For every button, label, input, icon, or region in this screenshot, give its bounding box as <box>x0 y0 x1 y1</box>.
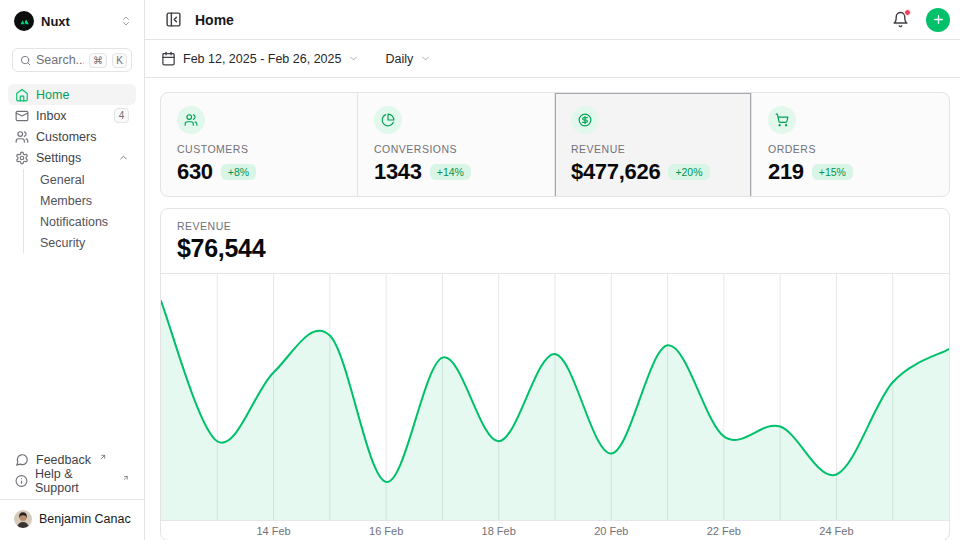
plus-icon <box>932 13 945 26</box>
sidebar-item-members[interactable]: Members <box>36 190 136 211</box>
kbd-cmd: ⌘ <box>89 53 107 68</box>
sidebar-item-general[interactable]: General <box>36 169 136 190</box>
stat-delta-badge: +15% <box>812 164 853 180</box>
divider <box>0 499 144 500</box>
chevron-down-icon <box>420 53 431 64</box>
sidebar: Nuxt ⌘ K Home Inbox 4 Customers <box>0 0 145 540</box>
help-support-link[interactable]: Help & Support <box>8 470 136 491</box>
workspace-switcher[interactable]: Nuxt <box>8 10 136 32</box>
inbox-icon <box>15 109 29 123</box>
stats-row: CUSTOMERS 630 +8% CONVERSIONS 1343 +14% <box>160 92 950 197</box>
sidebar-item-settings[interactable]: Settings <box>8 147 136 168</box>
inbox-count-badge: 4 <box>114 108 129 123</box>
users-icon <box>15 130 29 144</box>
avatar <box>14 510 32 528</box>
info-icon <box>15 474 28 488</box>
chart-plot-area[interactable]: 14 Feb16 Feb18 Feb20 Feb22 Feb24 Feb <box>161 274 949 540</box>
home-icon <box>15 88 29 102</box>
page-header: Home <box>145 0 960 40</box>
kbd-k: K <box>112 53 127 68</box>
stat-value: 630 <box>177 159 213 185</box>
stat-card-revenue[interactable]: REVENUE $477,626 +20% <box>555 93 752 197</box>
sidebar-item-inbox[interactable]: Inbox 4 <box>8 105 136 126</box>
svg-text:20 Feb: 20 Feb <box>594 525 628 537</box>
nuxt-logo-icon <box>14 11 34 31</box>
chart-header: REVENUE $76,544 <box>161 209 949 274</box>
sidebar-item-label: General <box>40 173 129 187</box>
date-range-label: Feb 12, 2025 - Feb 26, 2025 <box>183 52 341 66</box>
footer-link-label: Feedback <box>36 453 91 467</box>
stat-card-conversions[interactable]: CONVERSIONS 1343 +14% <box>358 93 555 197</box>
users-icon <box>177 106 205 134</box>
sidebar-item-label: Home <box>36 88 129 102</box>
calendar-icon <box>161 51 176 66</box>
panel-left-close-icon <box>165 11 182 28</box>
dashboard-content: CUSTOMERS 630 +8% CONVERSIONS 1343 +14% <box>145 78 960 540</box>
period-select[interactable]: Daily <box>385 52 431 66</box>
gear-icon <box>15 151 29 165</box>
message-icon <box>15 453 29 467</box>
svg-text:14 Feb: 14 Feb <box>256 525 290 537</box>
sidebar-item-customers[interactable]: Customers <box>8 126 136 147</box>
stat-label: REVENUE <box>571 143 735 155</box>
period-label: Daily <box>385 52 413 66</box>
main-panel: Home Feb 12, 2025 - Feb 26, 2025 Daily <box>145 0 960 540</box>
sidebar-item-label: Settings <box>36 151 111 165</box>
sidebar-item-label: Inbox <box>36 109 107 123</box>
notification-dot <box>904 9 911 16</box>
filters-toolbar: Feb 12, 2025 - Feb 26, 2025 Daily <box>145 40 960 78</box>
chevrons-up-down-icon <box>120 15 132 27</box>
settings-subnav: General Members Notifications Security <box>23 169 136 253</box>
chevron-up-icon <box>118 152 129 163</box>
stat-value: $477,626 <box>571 159 660 185</box>
footer-link-label: Help & Support <box>35 467 114 495</box>
svg-text:22 Feb: 22 Feb <box>707 525 741 537</box>
chevron-down-icon <box>348 53 359 64</box>
stat-card-customers[interactable]: CUSTOMERS 630 +8% <box>161 93 358 197</box>
chart-metric-label: REVENUE <box>177 220 933 232</box>
stat-delta-badge: +20% <box>668 164 709 180</box>
stat-label: CONVERSIONS <box>374 143 538 155</box>
svg-text:24 Feb: 24 Feb <box>819 525 853 537</box>
app-window: Nuxt ⌘ K Home Inbox 4 Customers <box>0 0 960 540</box>
stat-delta-badge: +14% <box>430 164 471 180</box>
sidebar-item-security[interactable]: Security <box>36 232 136 253</box>
chart-metric-value: $76,544 <box>177 234 933 263</box>
search-icon <box>20 54 31 67</box>
stat-value: 219 <box>768 159 804 185</box>
sidebar-item-notifications[interactable]: Notifications <box>36 211 136 232</box>
external-link-icon <box>122 474 129 482</box>
sidebar-item-label: Customers <box>36 130 129 144</box>
add-button[interactable] <box>926 8 950 32</box>
cart-icon <box>768 106 796 134</box>
stat-label: ORDERS <box>768 143 933 155</box>
sidebar-nav: Home Inbox 4 Customers Settings General … <box>8 84 136 253</box>
stat-value: 1343 <box>374 159 422 185</box>
svg-text:16 Feb: 16 Feb <box>369 525 403 537</box>
sidebar-item-label: Members <box>40 194 129 208</box>
sidebar-item-label: Security <box>40 236 129 250</box>
stat-label: CUSTOMERS <box>177 143 341 155</box>
workspace-name: Nuxt <box>41 14 113 29</box>
date-range-picker[interactable]: Feb 12, 2025 - Feb 26, 2025 <box>161 51 359 66</box>
page-title: Home <box>195 12 878 28</box>
search-box[interactable]: ⌘ K <box>12 48 132 72</box>
user-name: Benjamin Canac <box>39 512 131 526</box>
chart-pie-icon <box>374 106 402 134</box>
stat-delta-badge: +8% <box>221 164 256 180</box>
external-link-icon <box>99 453 107 461</box>
revenue-area-chart-svg[interactable]: 14 Feb16 Feb18 Feb20 Feb22 Feb24 Feb <box>161 274 949 540</box>
sidebar-item-label: Notifications <box>40 215 129 229</box>
svg-text:18 Feb: 18 Feb <box>482 525 516 537</box>
sidebar-item-home[interactable]: Home <box>8 84 136 105</box>
stat-card-orders[interactable]: ORDERS 219 +15% <box>752 93 949 197</box>
user-menu[interactable]: Benjamin Canac <box>8 508 136 530</box>
search-input[interactable] <box>36 53 84 67</box>
circle-dollar-icon <box>571 106 599 134</box>
revenue-chart-card: REVENUE $76,544 14 Feb16 Feb18 Feb20 Feb… <box>160 208 950 540</box>
notifications-button[interactable] <box>888 8 912 32</box>
sidebar-footer: Feedback Help & Support Benjamin Canac <box>8 449 136 530</box>
collapse-sidebar-button[interactable] <box>161 8 185 32</box>
